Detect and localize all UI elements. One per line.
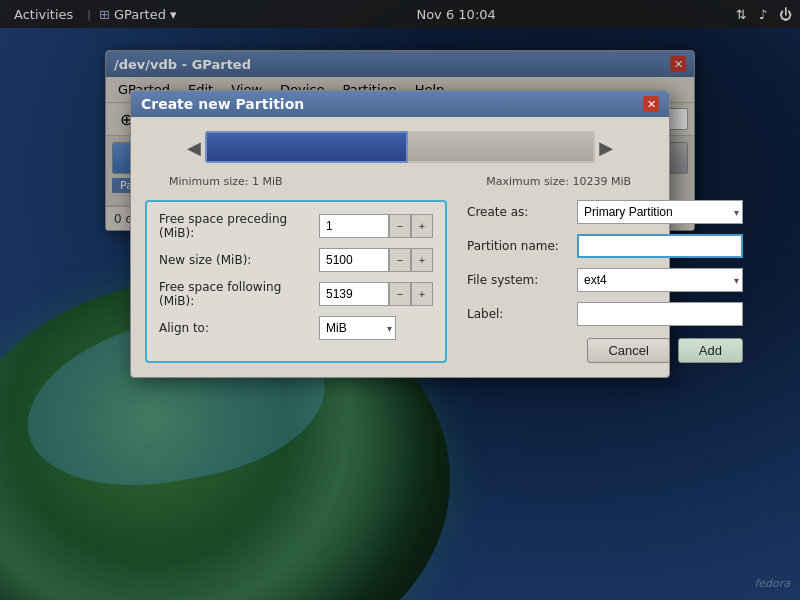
form-left: Free space preceding (MiB): − + New size… <box>145 200 447 363</box>
resize-size-labels: Minimum size: 1 MiB Maximum size: 10239 … <box>145 175 655 188</box>
max-size-label: Maximum size: 10239 MiB <box>486 175 631 188</box>
align-row: Align to: MiB None Cylinder ▾ <box>159 316 433 340</box>
free-preceding-row: Free space preceding (MiB): − + <box>159 212 433 240</box>
align-label: Align to: <box>159 321 319 335</box>
free-preceding-label: Free space preceding (MiB): <box>159 212 319 240</box>
partition-name-row: Partition name: <box>467 234 743 258</box>
form-right: Create as: Primary Partition Extended Pa… <box>463 200 747 363</box>
label-row: Label: <box>467 302 743 326</box>
new-size-row: New size (MiB): − + <box>159 248 433 272</box>
resize-bar <box>205 131 595 163</box>
create-partition-dialog: Create new Partition ✕ ◀ ▶ Minimum size:… <box>130 90 670 378</box>
free-preceding-decrement[interactable]: − <box>389 214 411 238</box>
new-size-input[interactable] <box>319 248 389 272</box>
free-preceding-increment[interactable]: + <box>411 214 433 238</box>
dialog-overlay: Create new Partition ✕ ◀ ▶ Minimum size:… <box>0 0 800 600</box>
create-as-select-wrapper: Primary Partition Extended Partition Log… <box>577 200 743 224</box>
free-following-increment[interactable]: + <box>411 282 433 306</box>
free-preceding-input-group: − + <box>319 214 433 238</box>
cancel-button[interactable]: Cancel <box>587 338 669 363</box>
new-size-input-group: − + <box>319 248 433 272</box>
min-size-label: Minimum size: 1 MiB <box>169 175 283 188</box>
create-as-label: Create as: <box>467 205 577 219</box>
file-system-select-wrapper: ext4 ext3 ext2 fat32 ntfs btrfs xfs ▾ <box>577 268 743 292</box>
align-select-wrapper: MiB None Cylinder ▾ <box>319 316 396 340</box>
free-following-decrement[interactable]: − <box>389 282 411 306</box>
new-size-label: New size (MiB): <box>159 253 319 267</box>
dialog-close-btn[interactable]: ✕ <box>643 96 659 112</box>
partition-name-label: Partition name: <box>467 239 577 253</box>
resize-arrow-right[interactable]: ▶ <box>599 137 613 158</box>
resize-free-segment <box>408 131 595 163</box>
free-following-input[interactable] <box>319 282 389 306</box>
file-system-row: File system: ext4 ext3 ext2 fat32 ntfs b… <box>467 268 743 292</box>
new-size-decrement[interactable]: − <box>389 248 411 272</box>
label-input[interactable] <box>577 302 743 326</box>
dialog-title: Create new Partition <box>141 96 304 112</box>
free-preceding-input[interactable] <box>319 214 389 238</box>
free-following-input-group: − + <box>319 282 433 306</box>
align-select[interactable]: MiB None Cylinder <box>319 316 396 340</box>
resize-bar-container: ◀ ▶ <box>185 127 615 167</box>
create-as-select[interactable]: Primary Partition Extended Partition Log… <box>577 200 743 224</box>
label-label: Label: <box>467 307 577 321</box>
resize-arrow-left[interactable]: ◀ <box>187 137 201 158</box>
add-button[interactable]: Add <box>678 338 743 363</box>
file-system-select[interactable]: ext4 ext3 ext2 fat32 ntfs btrfs xfs <box>577 268 743 292</box>
resize-visual: ◀ ▶ <box>145 127 655 167</box>
form-container: Free space preceding (MiB): − + New size… <box>145 200 655 363</box>
free-following-label: Free space following (MiB): <box>159 280 319 308</box>
resize-used-segment <box>205 131 408 163</box>
dialog-buttons: Cancel Add <box>467 338 743 363</box>
dialog-titlebar: Create new Partition ✕ <box>131 91 669 117</box>
file-system-label: File system: <box>467 273 577 287</box>
free-following-row: Free space following (MiB): − + <box>159 280 433 308</box>
dialog-body: ◀ ▶ Minimum size: 1 MiB Maximum size: 10… <box>131 117 669 377</box>
partition-name-input[interactable] <box>577 234 743 258</box>
create-as-row: Create as: Primary Partition Extended Pa… <box>467 200 743 224</box>
new-size-increment[interactable]: + <box>411 248 433 272</box>
